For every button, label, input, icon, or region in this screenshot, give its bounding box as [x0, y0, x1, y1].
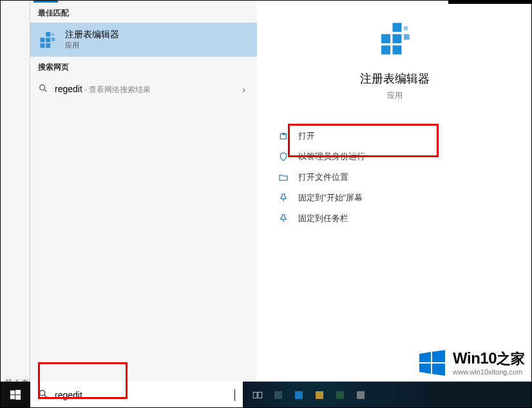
taskbar-pinned-area — [243, 382, 532, 408]
open-icon — [278, 130, 289, 142]
action-pin-to-start[interactable]: 固定到"开始"屏幕 — [274, 188, 532, 208]
regedit-icon — [38, 31, 56, 49]
web-query-suffix: - 查看网络搜索结果 — [82, 85, 151, 94]
svg-rect-4 — [46, 32, 50, 36]
search-input[interactable] — [55, 390, 228, 400]
taskbar-app-icon[interactable] — [351, 385, 370, 405]
best-match-subtitle: 应用 — [65, 41, 119, 50]
search-icon — [38, 389, 48, 401]
start-button[interactable] — [0, 382, 30, 408]
action-label: 打开文件位置 — [298, 171, 348, 183]
svg-marker-18 — [432, 350, 445, 362]
svg-point-7 — [40, 85, 45, 90]
taskbar-app-icon[interactable] — [330, 385, 350, 405]
svg-rect-3 — [46, 43, 50, 48]
taskbar-app-icon[interactable] — [269, 385, 288, 405]
action-label: 固定到"开始"屏幕 — [298, 192, 363, 204]
svg-rect-31 — [316, 391, 323, 399]
detail-actions: 打开 以管理员身份运行 打开文件位置 固定到"开始"屏幕 固定到任务栏 — [257, 126, 532, 229]
svg-rect-14 — [404, 34, 410, 40]
svg-rect-0 — [41, 37, 45, 42]
action-label: 以管理员身份运行 — [298, 151, 365, 162]
web-query-text: regedit — [55, 84, 82, 94]
taskbar-search-box[interactable] — [30, 382, 243, 408]
search-icon — [38, 83, 48, 95]
svg-rect-12 — [392, 46, 401, 55]
task-view-button[interactable] — [248, 385, 267, 405]
watermark-url: www.win10xitong.com — [453, 369, 524, 376]
svg-line-8 — [44, 90, 46, 92]
watermark: Win10之家 www.win10xitong.com — [418, 349, 524, 377]
svg-rect-5 — [52, 37, 55, 41]
svg-rect-29 — [274, 391, 282, 399]
svg-rect-21 — [10, 390, 14, 394]
action-open[interactable]: 打开 — [274, 126, 532, 146]
svg-rect-9 — [381, 34, 390, 43]
text-caret — [234, 389, 235, 401]
action-pin-to-taskbar[interactable]: 固定到任务栏 — [274, 208, 532, 229]
window-titlebar-fragment — [448, 0, 532, 4]
best-match-result[interactable]: 注册表编辑器 应用 — [30, 23, 257, 57]
svg-rect-2 — [41, 43, 45, 48]
svg-rect-23 — [10, 395, 14, 399]
svg-marker-19 — [419, 364, 431, 374]
regedit-icon — [375, 19, 414, 58]
watermark-brand: Win10之家 — [453, 351, 524, 366]
pin-icon — [278, 192, 289, 204]
taskbar-app-icon[interactable] — [289, 385, 309, 405]
svg-rect-27 — [253, 392, 257, 398]
best-match-header: 最佳匹配 — [30, 3, 257, 23]
svg-rect-15 — [404, 26, 408, 30]
svg-rect-13 — [392, 23, 401, 32]
svg-marker-17 — [419, 352, 431, 362]
windows-logo-icon — [418, 349, 446, 377]
svg-rect-33 — [357, 391, 365, 399]
svg-rect-6 — [52, 33, 54, 35]
svg-rect-1 — [46, 37, 50, 42]
web-search-result[interactable]: regedit - 查看网络搜索结果 › — [30, 77, 257, 102]
chevron-right-icon: › — [242, 84, 249, 95]
pin-icon — [278, 213, 289, 224]
svg-rect-28 — [258, 392, 262, 398]
detail-subtitle: 应用 — [387, 90, 403, 101]
document-gutter: 第 1 页 — [0, 0, 30, 408]
svg-rect-22 — [15, 389, 21, 394]
action-label: 固定到任务栏 — [298, 213, 348, 224]
web-results-header: 搜索网页 — [30, 57, 257, 77]
folder-icon — [278, 171, 289, 183]
svg-point-25 — [40, 391, 45, 396]
windows-search-panel: 最佳匹配 注册表编辑器 应用 搜索网页 regedit - 查看网络搜索结果 › — [30, 0, 532, 382]
best-match-text: 注册表编辑器 应用 — [65, 29, 119, 50]
best-match-title: 注册表编辑器 — [65, 29, 119, 41]
svg-line-26 — [44, 395, 46, 397]
search-results-column: 最佳匹配 注册表编辑器 应用 搜索网页 regedit - 查看网络搜索结果 › — [30, 0, 257, 382]
svg-rect-10 — [392, 34, 401, 43]
taskbar — [0, 382, 532, 408]
action-label: 打开 — [298, 130, 315, 142]
action-open-file-location[interactable]: 打开文件位置 — [274, 167, 532, 188]
svg-marker-20 — [432, 364, 445, 376]
svg-rect-30 — [295, 391, 303, 399]
shield-icon — [278, 151, 289, 162]
search-detail-column: 注册表编辑器 应用 打开 以管理员身份运行 打开文件位置 固定到"开始"屏幕 固… — [257, 0, 532, 382]
detail-title: 注册表编辑器 — [360, 71, 430, 86]
svg-rect-11 — [381, 46, 390, 55]
taskbar-app-icon[interactable] — [310, 385, 329, 405]
svg-rect-32 — [336, 391, 344, 399]
svg-rect-24 — [15, 395, 21, 400]
action-run-as-admin[interactable]: 以管理员身份运行 — [274, 146, 532, 167]
